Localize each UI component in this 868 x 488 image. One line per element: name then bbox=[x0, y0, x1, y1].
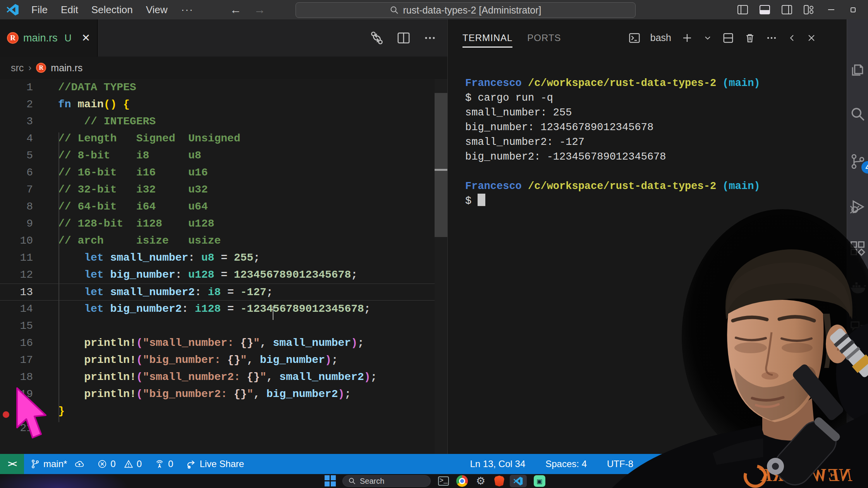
cursor-position[interactable]: Ln 13, Col 34 bbox=[460, 454, 535, 474]
shell-name: bash bbox=[650, 32, 671, 43]
terminal-line-2: $ cargo run -q bbox=[465, 91, 837, 105]
tab-main-rs[interactable]: R main.rs U ✕ bbox=[0, 19, 98, 57]
taskbar-vscode-icon-active[interactable] bbox=[510, 475, 527, 487]
code-line-14[interactable]: 14 let big_number2: i128 = -123456789012… bbox=[0, 301, 435, 318]
menu-selection[interactable]: Selection bbox=[85, 0, 139, 19]
new-terminal-icon[interactable] bbox=[681, 32, 693, 44]
search-icon[interactable] bbox=[849, 105, 866, 122]
code-line-3[interactable]: 3 // INTEGERS bbox=[0, 113, 435, 130]
breadcrumb-file[interactable]: main.rs bbox=[51, 62, 83, 74]
menu-overflow[interactable]: ··· bbox=[174, 4, 201, 16]
window-controls bbox=[732, 0, 864, 19]
terminal-line-7 bbox=[465, 164, 837, 179]
terminal-panel: TERMINAL PORTS bash bbox=[447, 19, 847, 454]
explorer-icon[interactable] bbox=[849, 61, 866, 78]
live-share-icon bbox=[186, 459, 196, 469]
command-center-search[interactable]: rust-data-types-2 [Administrator] bbox=[296, 2, 636, 18]
code-line-11[interactable]: 11 let small_number: u8 = 255; bbox=[0, 249, 435, 266]
terminal-line-4: big_number: 123456789012345678 bbox=[465, 120, 837, 135]
indentation[interactable]: Spaces: 4 bbox=[535, 454, 597, 474]
code-line-5[interactable]: 5// 8-bit i8 u8 bbox=[0, 147, 435, 164]
menu-edit[interactable]: Edit bbox=[54, 0, 85, 19]
code-line-20[interactable]: 20} bbox=[0, 403, 435, 420]
overview-ruler-cursor-marker bbox=[435, 169, 447, 171]
code-line-4[interactable]: 4// Length Signed Unsigned bbox=[0, 130, 435, 147]
code-line-17[interactable]: 17 println!("big_number: {}", big_number… bbox=[0, 352, 435, 369]
code-line-19[interactable]: 19 println!("big_number2: {}", big_numbe… bbox=[0, 386, 435, 403]
eol-sequence[interactable]: LF bbox=[643, 454, 674, 474]
breakpoint-dot[interactable] bbox=[3, 411, 9, 418]
split-terminal-icon[interactable] bbox=[722, 32, 734, 44]
taskbar-search[interactable]: Search bbox=[342, 475, 431, 487]
minimize-icon[interactable] bbox=[820, 0, 842, 19]
breadcrumb[interactable]: src › R main.rs bbox=[0, 57, 447, 79]
code-line-18[interactable]: 18 println!("small_number2: {}", small_n… bbox=[0, 369, 435, 386]
collapse-panel-chevron-icon[interactable] bbox=[787, 33, 797, 43]
ports-status[interactable]: 0 bbox=[148, 454, 179, 474]
run-debug-icon[interactable] bbox=[849, 198, 866, 215]
windows-start-icon[interactable] bbox=[325, 475, 336, 487]
menu-view[interactable]: View bbox=[139, 0, 174, 19]
branch-status[interactable]: main* bbox=[24, 454, 91, 474]
branch-name: main* bbox=[43, 459, 67, 469]
customize-layout-icon[interactable] bbox=[798, 0, 820, 19]
tab-terminal[interactable]: TERMINAL bbox=[462, 19, 512, 56]
search-icon bbox=[390, 5, 399, 15]
taskbar-brave-icon[interactable] bbox=[493, 475, 505, 487]
vscode-logo-icon bbox=[6, 3, 19, 16]
code-line-10[interactable]: 10// arch isize usize bbox=[0, 232, 435, 249]
code-line-6[interactable]: 6// 16-bit i16 u16 bbox=[0, 164, 435, 181]
taskbar-terminal-icon[interactable]: >_ bbox=[438, 475, 449, 487]
terminal-output[interactable]: Francesco /c/workspace/rust-data-types-2… bbox=[465, 56, 837, 208]
chat-comments-icon[interactable] bbox=[849, 319, 866, 336]
taskbar-settings-gear-icon[interactable]: ⚙ bbox=[475, 475, 486, 487]
panel-more-actions-icon[interactable] bbox=[766, 32, 777, 44]
taskbar-chrome-icon[interactable] bbox=[456, 475, 468, 487]
code-line-12[interactable]: 12 let big_number: u128 = 12345678901234… bbox=[0, 266, 435, 284]
nav-forward-icon[interactable]: → bbox=[248, 3, 272, 16]
launch-profile-chevron-icon[interactable] bbox=[703, 33, 712, 43]
toggle-primary-sidebar-icon[interactable] bbox=[732, 0, 754, 19]
warning-count: 0 bbox=[137, 459, 142, 469]
code-line-13[interactable]: 13 let small_number2: i8 = -127; bbox=[0, 284, 435, 301]
terminal-line-6: big_number2: -123456789012345678 bbox=[465, 149, 837, 164]
code-line-1[interactable]: 1//DATA TYPES bbox=[0, 79, 435, 96]
code-line-7[interactable]: 7// 32-bit i32 u32 bbox=[0, 181, 435, 198]
activity-bar bbox=[847, 19, 868, 454]
docker-icon[interactable] bbox=[849, 278, 866, 296]
remote-glyph: >< bbox=[8, 459, 16, 469]
panel-header: TERMINAL PORTS bash bbox=[448, 19, 847, 56]
kill-terminal-trash-icon[interactable] bbox=[744, 32, 756, 44]
taskbar-recorder-icon[interactable]: ▣ bbox=[534, 475, 545, 487]
tab-close-icon[interactable]: ✕ bbox=[82, 32, 91, 44]
open-changes-icon[interactable] bbox=[370, 31, 384, 45]
code-editor[interactable]: 1//DATA TYPES2fn main() {3 // INTEGERS4/… bbox=[0, 79, 435, 454]
live-share-status[interactable]: Live Share bbox=[179, 454, 250, 474]
code-line-9[interactable]: 9// 128-bit i128 u128 bbox=[0, 215, 435, 232]
code-line-21[interactable]: 21 bbox=[0, 420, 435, 437]
restore-icon[interactable] bbox=[842, 0, 864, 19]
extensions-icon[interactable] bbox=[849, 240, 866, 257]
error-count: 0 bbox=[110, 459, 115, 469]
chevron-right-icon: › bbox=[28, 62, 31, 73]
code-line-2[interactable]: 2fn main() { bbox=[0, 96, 435, 113]
code-line-15[interactable]: 15 bbox=[0, 318, 435, 335]
close-panel-icon[interactable] bbox=[807, 33, 816, 43]
statusbar-right: Ln 13, Col 34 Spaces: 4 UTF-8 LF bbox=[460, 454, 674, 474]
tab-ports[interactable]: PORTS bbox=[527, 19, 561, 56]
problems-status[interactable]: 0 0 bbox=[91, 454, 148, 474]
title-bar: File Edit Selection View ··· ← → rust-da… bbox=[0, 0, 868, 19]
nav-back-icon[interactable]: ← bbox=[224, 3, 248, 16]
more-actions-icon[interactable] bbox=[423, 31, 437, 45]
terminal-line-9: $ bbox=[465, 194, 837, 208]
code-line-16[interactable]: 16 println!("small_number: {}", small_nu… bbox=[0, 335, 435, 352]
split-editor-icon[interactable] bbox=[397, 31, 410, 45]
breadcrumb-folder[interactable]: src bbox=[11, 62, 24, 74]
toggle-secondary-sidebar-icon[interactable] bbox=[776, 0, 798, 19]
encoding[interactable]: UTF-8 bbox=[597, 454, 643, 474]
menu-file[interactable]: File bbox=[25, 0, 54, 19]
code-line-8[interactable]: 8// 64-bit i64 u64 bbox=[0, 198, 435, 215]
remote-indicator[interactable]: >< bbox=[0, 454, 24, 474]
toggle-panel-icon[interactable] bbox=[754, 0, 776, 19]
scrollbar-thumb[interactable] bbox=[435, 93, 447, 237]
